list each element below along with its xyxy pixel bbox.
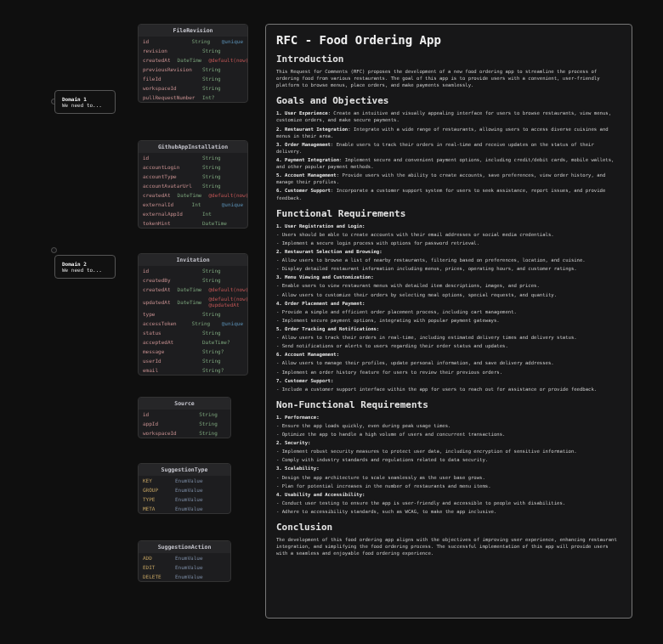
enum-row: DELETEEnumValue xyxy=(139,572,230,581)
doc-heading: Functional Requirements xyxy=(276,208,621,219)
table-header: GithubAppInstallation xyxy=(139,141,247,153)
table-row: idString xyxy=(139,410,230,419)
doc-heading: Conclusion xyxy=(276,522,621,533)
enum-row: GROUPEnumValue xyxy=(139,485,230,494)
table-row: statusString xyxy=(139,328,247,337)
table-header: FileRevision xyxy=(139,25,247,37)
table-row: tokenHintDateTime xyxy=(139,218,247,228)
table-row: createdAtDateTime@default(now()) xyxy=(139,190,247,200)
table-row: acceptedAtDateTime? xyxy=(139,337,247,347)
table-row: createdAtDateTime@default(now()) xyxy=(139,285,247,294)
table-row: accountTypeString xyxy=(139,172,247,181)
enum-suggestiontype[interactable]: SuggestionType KEYEnumValueGROUPEnumValu… xyxy=(138,463,231,514)
enum-row: EDITEnumValue xyxy=(139,562,230,572)
node-sub: We need to... xyxy=(62,267,108,273)
table-row: idString@unique xyxy=(139,37,247,46)
node-domain-1[interactable]: Domain 1 We need to... xyxy=(54,90,116,114)
doc-heading: Non-Functional Requirements xyxy=(276,399,621,410)
table-header: SuggestionAction xyxy=(139,541,230,553)
table-row: idString xyxy=(139,153,247,162)
table-row: typeString xyxy=(139,309,247,319)
table-githubappinstallation[interactable]: GithubAppInstallation idStringaccountLog… xyxy=(138,140,248,229)
node-title: Domain 1 xyxy=(62,96,108,102)
table-body: idStringaccountLoginStringaccountTypeStr… xyxy=(139,153,247,228)
table-header: SuggestionType xyxy=(139,464,230,476)
table-row: accountLoginString xyxy=(139,162,247,172)
enum-row: ADDEnumValue xyxy=(139,553,230,562)
table-row: messageString? xyxy=(139,347,247,356)
rfc-document[interactable]: RFC - Food Ordering App IntroductionThis… xyxy=(265,24,632,619)
table-row: previousRevisionString xyxy=(139,65,247,74)
table-body: idStringappIdStringworkspaceIdString xyxy=(139,410,230,438)
table-row: accessTokenString@unique xyxy=(139,319,247,328)
table-row: accountAvatarUrlString xyxy=(139,181,247,190)
table-body: idStringcreatedByStringcreatedAtDateTime… xyxy=(139,266,247,375)
enum-row: KEYEnumValue xyxy=(139,476,230,485)
doc-title: RFC - Food Ordering App xyxy=(276,33,621,47)
table-row: appIdString xyxy=(139,419,230,428)
table-row: updatedAtDateTime@default(now()) @update… xyxy=(139,294,247,309)
table-row: externalAppIdInt xyxy=(139,209,247,218)
table-header: Invitation xyxy=(139,254,247,266)
enum-row: TYPEEnumValue xyxy=(139,494,230,504)
table-body: idString@uniquerevisionStringcreatedAtDa… xyxy=(139,37,247,102)
enum-suggestionaction[interactable]: SuggestionAction ADDEnumValueEDITEnumVal… xyxy=(138,540,231,582)
node-domain-2[interactable]: Domain 2 We need to... xyxy=(54,255,116,279)
table-row: userIdString xyxy=(139,356,247,365)
table-row: workspaceIdString xyxy=(139,428,230,438)
table-row: workspaceIdString xyxy=(139,83,247,93)
table-invitation[interactable]: Invitation idStringcreatedByStringcreate… xyxy=(138,253,248,376)
table-body: ADDEnumValueEDITEnumValueDELETEEnumValue xyxy=(139,553,230,581)
table-row: pullRequestNumberInt? xyxy=(139,93,247,102)
table-filerevision[interactable]: FileRevision idString@uniquerevisionStri… xyxy=(138,24,248,103)
node-handle[interactable] xyxy=(51,247,57,253)
table-header: Source xyxy=(139,398,230,410)
table-row: idString xyxy=(139,266,247,275)
table-row: createdByString xyxy=(139,275,247,285)
table-row: createdAtDateTime@default(now()) xyxy=(139,55,247,65)
enum-row: METAEnumValue xyxy=(139,504,230,513)
node-title: Domain 2 xyxy=(62,261,108,267)
doc-heading: Introduction xyxy=(276,54,621,65)
node-sub: We need to... xyxy=(62,102,108,108)
table-row: emailString? xyxy=(139,365,247,375)
table-source[interactable]: Source idStringappIdStringworkspaceIdStr… xyxy=(138,397,231,438)
table-row: fileIdString xyxy=(139,74,247,83)
doc-body: IntroductionThis Request for Comments (R… xyxy=(276,54,621,556)
table-row: revisionString xyxy=(139,46,247,55)
table-body: KEYEnumValueGROUPEnumValueTYPEEnumValueM… xyxy=(139,476,230,513)
doc-heading: Goals and Objectives xyxy=(276,95,621,106)
table-row: externalIdInt@unique xyxy=(139,200,247,209)
